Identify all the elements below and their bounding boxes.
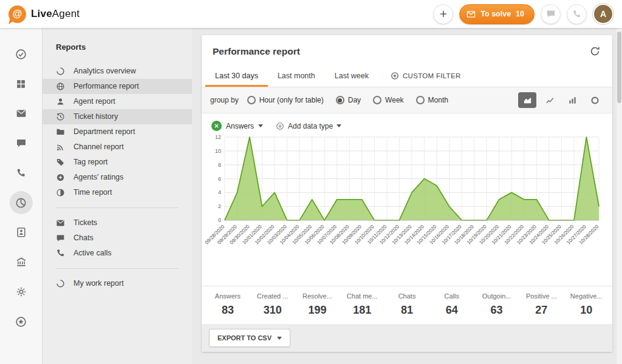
- custom-filter-button[interactable]: CUSTOM FILTER: [391, 72, 460, 80]
- radio-hour[interactable]: Hour (only for table): [247, 96, 324, 104]
- svg-text:8: 8: [218, 162, 221, 168]
- company-icon: [16, 257, 27, 268]
- contacts-icon: [16, 227, 27, 238]
- close-icon: [213, 123, 220, 129]
- plus-circle-icon: [56, 173, 65, 182]
- tab-last-week[interactable]: Last week: [325, 65, 378, 87]
- main-area: Performance report Last 30 days Last mon…: [192, 28, 622, 364]
- sidebar-item-label: Department report: [73, 127, 135, 136]
- settings-icon: [16, 286, 27, 297]
- phone-icon: [572, 10, 581, 19]
- sidebar-item-department-report[interactable]: Department report: [43, 124, 192, 140]
- brand-text: LiveAgent: [31, 8, 80, 20]
- sidebar-item-tickets[interactable]: Tickets: [43, 215, 192, 231]
- sidebar-divider: [56, 268, 179, 269]
- sidebar-item-label: Chats: [73, 234, 94, 243]
- stat-negative: Negative...10: [564, 292, 609, 317]
- sidebar-item-my-work-report[interactable]: My work report: [43, 276, 192, 291]
- sidebar-item-performance-report[interactable]: Performance report: [43, 79, 192, 94]
- sidebar-item-channel-report[interactable]: Channel report: [43, 140, 192, 155]
- radio-week[interactable]: Week: [373, 96, 403, 104]
- sidebar-item-label: Analytics overview: [73, 67, 136, 76]
- loader-icon: [56, 279, 65, 288]
- area-chart-button[interactable]: [518, 92, 536, 108]
- sidebar-item-chats[interactable]: Chats: [43, 231, 192, 246]
- report-tabs: Last 30 days Last month Last week CUSTOM…: [202, 65, 612, 87]
- line-chart-button[interactable]: [541, 92, 559, 108]
- vertical-scrollbar[interactable]: [617, 28, 622, 364]
- rail-contacts-button[interactable]: [10, 221, 33, 244]
- mail-icon: [466, 10, 476, 19]
- calls-button[interactable]: [567, 4, 587, 24]
- person-icon: [56, 97, 65, 106]
- tab-last-30-days[interactable]: Last 30 days: [205, 65, 268, 87]
- sidebar-item-time-report[interactable]: Time report: [43, 185, 192, 200]
- rail-settings-button[interactable]: [10, 280, 33, 303]
- refresh-button[interactable]: [589, 45, 601, 58]
- scrollbar-thumb[interactable]: [617, 32, 621, 103]
- donut-chart-icon: [590, 96, 600, 105]
- chevron-down-icon[interactable]: [258, 124, 263, 127]
- folder-icon: [56, 127, 65, 136]
- remove-series-button[interactable]: [211, 121, 222, 131]
- card-footer: EXPORT TO CSV: [202, 324, 612, 352]
- svg-text:12: 12: [215, 134, 221, 140]
- svg-text:0: 0: [218, 217, 221, 223]
- mail-icon: [56, 218, 65, 228]
- sidebar-item-label: Active calls: [73, 249, 112, 258]
- mail-icon: [16, 108, 27, 119]
- radio-circle: [416, 96, 425, 104]
- reports-sidebar: Reports Analytics overview Performance r…: [43, 28, 192, 364]
- add-button[interactable]: [433, 4, 453, 24]
- rail-reports-button[interactable]: [10, 191, 33, 214]
- sidebar-item-label: Performance report: [73, 82, 139, 91]
- radio-day[interactable]: Day: [336, 96, 361, 104]
- sidebar-item-active-calls[interactable]: Active calls: [43, 246, 192, 261]
- stat-resolved: Resolve...199: [295, 292, 340, 317]
- bar-chart-button[interactable]: [563, 92, 581, 108]
- sidebar-item-label: Channel report: [73, 143, 124, 152]
- sidebar-item-tag-report[interactable]: Tag report: [43, 155, 192, 170]
- sidebar-item-agent-report[interactable]: Agent report: [43, 94, 192, 109]
- radio-month[interactable]: Month: [416, 96, 448, 104]
- sidebar-item-agents-ratings[interactable]: Agents' ratings: [43, 170, 192, 185]
- sidebar-item-analytics-overview[interactable]: Analytics overview: [43, 64, 192, 79]
- sidebar-divider: [56, 207, 179, 208]
- svg-text:4: 4: [218, 189, 221, 195]
- reports-icon: [15, 197, 27, 209]
- globe-icon: [56, 82, 65, 91]
- add-data-type-label: Add data type: [288, 122, 333, 130]
- export-csv-button[interactable]: EXPORT TO CSV: [209, 329, 290, 347]
- donut-chart-button[interactable]: [586, 92, 604, 108]
- chats-button[interactable]: [541, 4, 561, 24]
- refresh-icon: [590, 46, 600, 56]
- to-solve-button[interactable]: To solve 10: [459, 4, 535, 24]
- radio-label: Month: [428, 96, 448, 104]
- rail-tickets-button[interactable]: [10, 102, 33, 125]
- svg-text:10: 10: [215, 148, 221, 154]
- user-avatar[interactable]: A: [593, 4, 613, 24]
- stat-chat-messages: Chat me...181: [340, 292, 384, 317]
- line-chart-icon: [545, 96, 555, 105]
- series-chip-label[interactable]: Answers: [226, 122, 254, 130]
- tab-last-month[interactable]: Last month: [268, 65, 325, 87]
- rail-company-button[interactable]: [10, 251, 33, 274]
- rail-chats-button[interactable]: [10, 132, 33, 155]
- add-data-type-button[interactable]: Add data type: [276, 122, 341, 130]
- stat-created: Created ...310: [250, 292, 295, 317]
- rail-dashboard-button[interactable]: [10, 72, 33, 95]
- brand-live: Live: [31, 8, 52, 19]
- sidebar-item-ticket-history[interactable]: Ticket history: [43, 109, 192, 124]
- rail-addons-button[interactable]: [10, 310, 33, 333]
- chat-icon: [56, 234, 65, 243]
- svg-text:6: 6: [218, 176, 221, 182]
- summary-stats-row: Answers83 Created ...310 Resolve...199 C…: [202, 286, 612, 324]
- stat-positive: Positive ...27: [519, 292, 564, 317]
- stat-outgoing: Outgoin...63: [474, 292, 519, 317]
- rail-tasks-button[interactable]: [10, 42, 33, 66]
- rail-calls-button[interactable]: [10, 161, 33, 184]
- chat-icon: [16, 138, 27, 149]
- sidebar-item-label: Agent report: [73, 97, 115, 106]
- plus-circle-icon: [276, 122, 284, 130]
- sidebar-item-label: Tag report: [73, 158, 108, 167]
